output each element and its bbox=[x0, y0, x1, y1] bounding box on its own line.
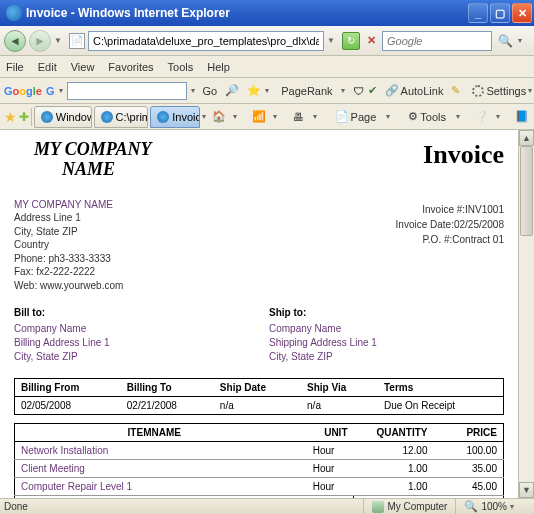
tab-primadata[interactable]: C:\primad... bbox=[94, 106, 149, 128]
refresh-button[interactable]: ↻ bbox=[342, 32, 360, 50]
window-titlebar: Invoice - Windows Internet Explorer _ ▢ … bbox=[0, 0, 534, 26]
menu-file[interactable]: File bbox=[6, 61, 24, 73]
nav-history-dropdown[interactable]: ▼ bbox=[54, 36, 66, 45]
line-items-table: ITEMNAME UNIT QUANTITY PRICE Network Ins… bbox=[14, 423, 504, 498]
address-bar[interactable] bbox=[88, 31, 324, 51]
bill-to-block: Bill to: Company Name Billing Address Li… bbox=[14, 306, 249, 364]
navigation-bar: ◄ ► ▼ 📄 ▼ ↻ ✕ 🔍 ▾ bbox=[0, 26, 534, 56]
tab-invoice[interactable]: Invoice✕ bbox=[150, 106, 200, 128]
status-text: Done bbox=[4, 501, 363, 512]
menu-edit[interactable]: Edit bbox=[38, 61, 57, 73]
invoice-title: Invoice bbox=[423, 140, 504, 170]
popup-blocker-icon[interactable]: 🛡 bbox=[353, 84, 364, 98]
shipping-info-table: Billing From Billing To Ship Date Ship V… bbox=[14, 378, 504, 415]
back-button[interactable]: ◄ bbox=[4, 30, 26, 52]
vertical-scrollbar[interactable]: ▲ ▼ bbox=[518, 130, 534, 498]
security-zone[interactable]: My Computer bbox=[363, 499, 455, 514]
bookmark-icon[interactable]: ⭐ bbox=[247, 84, 261, 98]
google-logo: Google bbox=[4, 85, 42, 97]
company-title: MY COMPANY NAME bbox=[14, 140, 152, 180]
document-content: MY COMPANY NAME Invoice MY COMPANY NAME … bbox=[0, 130, 518, 498]
command-bar: 🏠▾ 📶▾ 🖶▾ 📄Page▾ ⚙Tools▾ ❔▾ 📘 bbox=[211, 108, 530, 125]
scroll-up-button[interactable]: ▲ bbox=[519, 130, 534, 146]
favorites-center-button[interactable]: ★ bbox=[4, 108, 17, 126]
menu-tools[interactable]: Tools bbox=[168, 61, 194, 73]
menu-bar: File Edit View Favorites Tools Help bbox=[0, 56, 534, 78]
scroll-down-button[interactable]: ▼ bbox=[519, 482, 534, 498]
scroll-thumb[interactable] bbox=[520, 146, 533, 236]
search-button[interactable]: 🔍 bbox=[495, 31, 515, 51]
zone-icon bbox=[372, 501, 384, 513]
help-button[interactable]: ❔ bbox=[474, 109, 490, 125]
print-button[interactable]: 🖶 bbox=[291, 109, 307, 125]
window-title: Invoice - Windows Internet Explorer bbox=[26, 6, 468, 20]
google-go-button[interactable]: Go bbox=[199, 83, 222, 99]
menu-view[interactable]: View bbox=[71, 61, 95, 73]
search-dropdown[interactable]: ▾ bbox=[518, 36, 530, 45]
autofill-icon[interactable]: ✎ bbox=[451, 84, 460, 98]
spellcheck-icon[interactable]: ✔ bbox=[368, 84, 377, 98]
tab-bar: ★ ✚ Windows s... C:\primad... Invoice✕ ▾… bbox=[0, 104, 534, 130]
pagerank-button[interactable]: PageRank bbox=[277, 83, 336, 99]
stop-button[interactable]: ✕ bbox=[363, 33, 379, 49]
google-search-input[interactable] bbox=[67, 82, 187, 100]
tools-menu-button[interactable]: ⚙Tools bbox=[404, 108, 450, 125]
zoom-icon: 🔍 bbox=[464, 500, 478, 513]
status-bar: Done My Computer 🔍 100% ▾ bbox=[0, 498, 534, 514]
minimize-button[interactable]: _ bbox=[468, 3, 488, 23]
add-favorite-button[interactable]: ✚ bbox=[19, 108, 29, 126]
zoom-control[interactable]: 🔍 100% ▾ bbox=[455, 499, 530, 514]
menu-help[interactable]: Help bbox=[207, 61, 230, 73]
ie-icon bbox=[6, 5, 22, 21]
table-row: Computer Repair Level 1 Hour 1.00 45.00 bbox=[15, 478, 504, 496]
invoice-meta: Invoice #:INV1001 Invoice Date:02/25/200… bbox=[396, 198, 504, 293]
tab-icon bbox=[157, 111, 169, 123]
menu-favorites[interactable]: Favorites bbox=[108, 61, 153, 73]
table-row: Network Installation Hour 12.00 100.00 bbox=[15, 442, 504, 460]
google-toolbar: Google G▾ ▾ Go 🔎 ⭐▾ PageRank▾ 🛡 ✔ 🔗AutoL… bbox=[0, 78, 534, 104]
table-row: Client Meeting Hour 1.00 35.00 bbox=[15, 460, 504, 478]
company-address: MY COMPANY NAME Address Line 1 City, Sta… bbox=[14, 198, 123, 293]
forward-button[interactable]: ► bbox=[29, 30, 51, 52]
settings-icon bbox=[472, 85, 484, 97]
scroll-track[interactable] bbox=[519, 146, 534, 482]
page-icon: 📄 bbox=[69, 33, 85, 49]
tab-icon bbox=[41, 111, 53, 123]
autolink-button[interactable]: 🔗AutoLink bbox=[381, 82, 448, 99]
tab-icon bbox=[101, 111, 113, 123]
feeds-button[interactable]: 📶 bbox=[251, 109, 267, 125]
window-close-button[interactable]: ✕ bbox=[512, 3, 532, 23]
home-button[interactable]: 🏠 bbox=[211, 109, 227, 125]
address-dropdown[interactable]: ▼ bbox=[327, 36, 339, 45]
search-site-icon[interactable]: 🔎 bbox=[225, 84, 239, 98]
tab-list-dropdown[interactable]: ▾ bbox=[202, 112, 209, 121]
page-menu-button[interactable]: 📄Page bbox=[331, 108, 381, 125]
toolbar-settings-button[interactable]: Settings▾ bbox=[468, 83, 534, 99]
ship-to-block: Ship to: Company Name Shipping Address L… bbox=[269, 306, 504, 364]
tab-windows[interactable]: Windows s... bbox=[34, 106, 92, 128]
maximize-button[interactable]: ▢ bbox=[490, 3, 510, 23]
google-search-dropdown[interactable]: ▾ bbox=[191, 86, 195, 95]
research-button[interactable]: 📘 bbox=[514, 109, 530, 125]
google-g-icon[interactable]: G bbox=[46, 84, 55, 98]
browser-search-input[interactable] bbox=[382, 31, 492, 51]
